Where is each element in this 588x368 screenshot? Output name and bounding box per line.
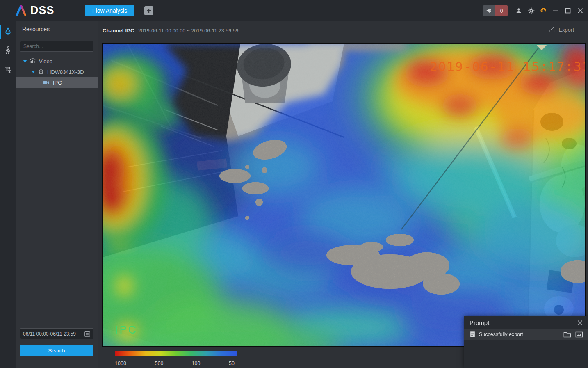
- prompt-title: Prompt: [469, 319, 489, 326]
- rail-item-flow-analysis[interactable]: [0, 24, 16, 39]
- alarm-center[interactable]: 0: [483, 5, 508, 16]
- tree-node-label: IPC: [53, 80, 62, 86]
- osd-timestamp: 2019-06-11 15:17:31: [430, 59, 585, 74]
- client-brand-button[interactable]: [537, 5, 549, 16]
- video-category-icon: [30, 58, 36, 64]
- gear-icon: [527, 7, 535, 15]
- panel-title: Resources: [16, 21, 98, 37]
- time-range-value: 06/11 00:00-06/11 23:59: [20, 331, 84, 337]
- osd-channel-name: IPC: [115, 324, 137, 336]
- dss-logo-icon: [15, 5, 28, 17]
- legend-gradient: [115, 351, 237, 356]
- time-range-input[interactable]: 06/11 00:00-06/11 23:59: [20, 328, 93, 339]
- open-image-icon[interactable]: [575, 331, 583, 338]
- module-rail: [0, 21, 16, 368]
- tree-node-video[interactable]: Video: [16, 56, 98, 66]
- user-button[interactable]: [513, 5, 525, 16]
- resources-panel: Resources: [16, 21, 98, 368]
- tree-node-label: HDW8341X-3D: [47, 69, 84, 75]
- search-button[interactable]: Search: [20, 345, 93, 356]
- legend-label-50: 50: [229, 361, 235, 366]
- resource-search[interactable]: [20, 41, 93, 52]
- rail-item-report-task[interactable]: [0, 62, 16, 78]
- dss-logo: DSS: [15, 4, 55, 17]
- alarm-count-badge: 0: [495, 5, 508, 16]
- plus-icon: [146, 8, 151, 13]
- dss-window: DSS Flow Analysis 0: [0, 0, 588, 368]
- device-tree: Video HDW8341X-3D: [16, 56, 98, 88]
- export-button[interactable]: Export: [548, 26, 574, 33]
- open-folder-icon[interactable]: [563, 331, 571, 338]
- flame-icon: [3, 27, 13, 37]
- export-file-icon: [469, 331, 476, 338]
- prompt-message-row: Successfully export: [464, 329, 588, 340]
- minimize-icon: [552, 7, 559, 14]
- tree-node-channel-ipc[interactable]: IPC: [16, 77, 98, 88]
- time-range-label: 2019-06-11 00:00:00 ~ 2019-06-11 23:59:5…: [138, 28, 239, 34]
- add-tab-button[interactable]: [144, 6, 153, 15]
- close-icon: [577, 7, 583, 14]
- prompt-dialog: Prompt Successfully export: [464, 316, 588, 368]
- speaker-icon: [483, 5, 495, 16]
- channel-label: Channel:IPC: [103, 27, 134, 34]
- tab-flow-analysis[interactable]: Flow Analysis: [85, 5, 134, 16]
- caret-down-icon[interactable]: [31, 71, 35, 73]
- prompt-header: Prompt: [464, 316, 588, 329]
- user-icon: [515, 7, 522, 14]
- orange-swirl-icon: [540, 7, 547, 15]
- export-icon: [548, 26, 556, 33]
- tree-node-device[interactable]: HDW8341X-3D: [16, 66, 98, 77]
- flow-heatmap-video[interactable]: 2019-06-11 15:17:31 IPC: [102, 43, 586, 347]
- ipc-camera-icon: [43, 80, 50, 86]
- legend-label-100: 100: [192, 361, 201, 366]
- brand-name: DSS: [30, 4, 55, 17]
- heatmap-canvas: 2019-06-11 15:17:31 IPC: [103, 44, 585, 346]
- title-bar: DSS Flow Analysis 0: [0, 0, 588, 21]
- rail-item-people-counting[interactable]: [0, 43, 16, 58]
- minimize-button[interactable]: [549, 5, 562, 16]
- pedestrian-icon: [3, 46, 12, 55]
- maximize-button[interactable]: [562, 5, 574, 16]
- maximize-icon: [565, 7, 571, 14]
- calendar-icon[interactable]: [84, 331, 91, 337]
- tree-node-label: Video: [39, 58, 52, 64]
- close-button[interactable]: [574, 5, 586, 16]
- prompt-message: Successfully export: [479, 331, 563, 337]
- content-header: Channel:IPC 2019-06-11 00:00:00 ~ 2019-0…: [98, 21, 588, 39]
- report-hourglass-icon: [3, 66, 12, 75]
- export-label: Export: [558, 27, 574, 33]
- caret-down-icon[interactable]: [23, 60, 27, 62]
- prompt-close-icon[interactable]: [577, 320, 583, 326]
- dome-camera-icon: [38, 69, 44, 75]
- search-input[interactable]: [20, 43, 90, 49]
- settings-button[interactable]: [525, 5, 537, 16]
- legend-label-500: 500: [155, 361, 164, 366]
- legend-label-1000: 1000: [115, 361, 126, 366]
